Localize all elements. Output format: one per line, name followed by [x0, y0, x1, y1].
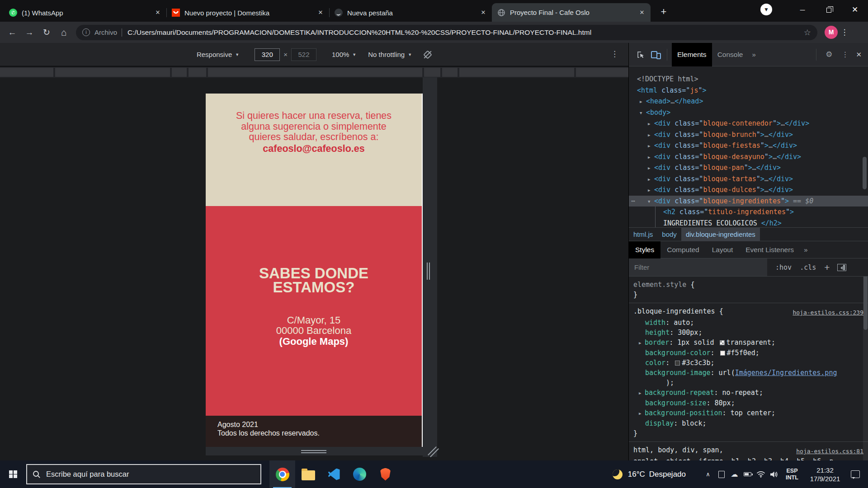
expand-shorthand-icon[interactable]: ▶: [639, 388, 645, 398]
collapsed-arrow-icon[interactable]: ▶: [648, 152, 650, 163]
media-query-segment[interactable]: [172, 68, 187, 77]
css-declaration[interactable]: background-color: #f5f0ed;: [633, 348, 863, 358]
styles-scrollbar-thumb[interactable]: [863, 276, 868, 330]
resource-link[interactable]: Imágenes/Ingredientes.png: [735, 369, 837, 377]
css-declaration-continuation[interactable]: );: [633, 378, 863, 388]
media-query-bar[interactable]: [0, 67, 628, 78]
tab-close-icon[interactable]: ✕: [316, 9, 325, 17]
collapsed-arrow-icon[interactable]: ▶: [648, 141, 650, 152]
device-toolbar-menu-icon[interactable]: ⋮: [611, 49, 618, 59]
collapsed-arrow-icon[interactable]: ▶: [648, 118, 650, 130]
breadcrumb-item[interactable]: body: [657, 228, 681, 241]
css-declaration[interactable]: ▶background-position: top center;: [633, 408, 863, 418]
hidden-icons-chevron[interactable]: ∧: [701, 471, 715, 478]
new-tab-button[interactable]: +: [657, 5, 670, 19]
expanded-arrow-icon[interactable]: ▼: [640, 108, 642, 119]
devtools-tab-elements[interactable]: Elements: [672, 43, 712, 66]
media-query-segment[interactable]: [424, 68, 440, 77]
taskbar-edge-icon[interactable]: [347, 460, 373, 488]
css-declaration[interactable]: ▶border: 1px solid transparent;: [633, 338, 863, 348]
new-style-rule-icon[interactable]: +: [824, 262, 830, 273]
dom-tree-row[interactable]: ▶<div class="bloque-tartas">…</div>: [629, 174, 868, 185]
minimize-button[interactable]: ─: [789, 0, 816, 19]
taskbar-brave-icon[interactable]: [373, 460, 398, 488]
more-panels-icon[interactable]: »: [749, 51, 760, 58]
profile-avatar[interactable]: M: [825, 26, 838, 39]
devtools-tab-console[interactable]: Console: [712, 43, 749, 66]
collapsed-arrow-icon[interactable]: ▶: [648, 174, 650, 185]
css-declaration[interactable]: background-size: 80px;: [633, 398, 863, 408]
dom-row-more-icon[interactable]: ⋯: [631, 196, 636, 207]
address-bar[interactable]: i Archivo C:/Users/mauri/Documents/PROGR…: [76, 25, 817, 40]
dom-tree-row[interactable]: ▶<head>…</head>: [629, 96, 868, 107]
browser-tab[interactable]: Nueva pestaña✕: [329, 4, 492, 22]
media-query-segment[interactable]: [459, 68, 574, 77]
onedrive-icon[interactable]: ☁: [728, 470, 741, 479]
css-declaration[interactable]: display: block;: [633, 418, 863, 428]
browser-tab[interactable]: Proyecto Final - Cafe Oslo✕: [492, 3, 651, 22]
breadcrumb-item[interactable]: div.bloque-ingredientes: [681, 228, 760, 241]
resize-handle-right[interactable]: [427, 263, 428, 280]
rotate-device-icon[interactable]: [424, 51, 432, 59]
back-button[interactable]: ←: [4, 24, 21, 41]
browser-tab[interactable]: Nuevo proyecto | Domestika✕: [166, 4, 329, 22]
dom-tree-row[interactable]: ▼<body>: [629, 107, 868, 118]
media-query-segment[interactable]: [208, 68, 422, 77]
dom-tree-row[interactable]: ▶<div class="bloque-fiestas">…</div>: [629, 140, 868, 151]
google-maps-link[interactable]: (Google Maps): [206, 336, 422, 347]
dom-tree-row[interactable]: ▶<div class="bloque-contenedor">…</div>: [629, 118, 868, 129]
dom-tree-row[interactable]: <html class="js">: [629, 85, 868, 96]
css-declaration[interactable]: background-image: url(Imágenes/Ingredien…: [633, 368, 863, 378]
collapsed-arrow-icon[interactable]: ▶: [648, 185, 650, 196]
network-icon[interactable]: [754, 471, 767, 478]
css-declaration[interactable]: color: #3c3c3b;: [633, 358, 863, 368]
url-text[interactable]: C:/Users/mauri/Documents/PROGRAMACION/DO…: [127, 28, 798, 37]
taskbar-vscode-icon[interactable]: [321, 460, 347, 488]
devtools-settings-icon[interactable]: ⚙: [821, 50, 837, 59]
device-zoom-select[interactable]: 100%▼: [332, 51, 356, 58]
taskbar-search-box[interactable]: Escribe aquí para buscar: [26, 464, 261, 484]
toggle-device-toolbar-icon[interactable]: [651, 49, 661, 60]
tab-close-icon[interactable]: ✕: [638, 9, 646, 17]
stylesheet-link[interactable]: hoja-estilos.css:239: [793, 308, 863, 318]
resize-handle-bottom[interactable]: [301, 450, 326, 451]
sidebar-dock-icon[interactable]: [837, 264, 846, 271]
action-center-icon[interactable]: [851, 470, 860, 478]
taskbar-clock[interactable]: 21:32 17/9/2021: [804, 466, 846, 483]
taskbar-explorer-icon[interactable]: [295, 460, 321, 488]
dom-tree-row[interactable]: <!DOCTYPE html>: [629, 74, 868, 85]
more-sidebar-tabs-icon[interactable]: »: [800, 246, 811, 253]
contact-email[interactable]: cafeoslo@cafeoslo.es: [206, 143, 422, 155]
device-width-input[interactable]: 320: [255, 48, 280, 61]
media-query-segment[interactable]: [189, 68, 206, 77]
forward-button[interactable]: →: [21, 24, 38, 41]
restore-button[interactable]: [816, 0, 842, 19]
tab-close-icon[interactable]: ✕: [154, 9, 162, 17]
collapsed-arrow-icon[interactable]: ▶: [640, 96, 642, 108]
css-selector[interactable]: html, body, div, span,: [633, 445, 796, 456]
taskbar-weather[interactable]: 16°C Despejado: [613, 469, 686, 479]
reload-button[interactable]: ↻: [38, 24, 55, 41]
sidebar-tab-layout[interactable]: Layout: [706, 241, 740, 258]
expand-shorthand-icon[interactable]: ▶: [639, 408, 645, 418]
stylesheet-link[interactable]: hoja-estilos.css:81: [796, 446, 863, 456]
battery-icon[interactable]: [741, 472, 754, 476]
start-button[interactable]: [0, 460, 26, 488]
media-query-segment[interactable]: [442, 68, 458, 77]
close-button[interactable]: ✕: [842, 0, 868, 19]
sidebar-tab-styles[interactable]: Styles: [629, 241, 660, 258]
expand-shorthand-icon[interactable]: ▶: [639, 338, 645, 348]
dom-tree-row[interactable]: <h2 class="titulo-ingredientes">: [629, 206, 868, 218]
page-info-icon[interactable]: i: [82, 28, 90, 36]
color-swatch[interactable]: [675, 361, 680, 366]
tab-search-button[interactable]: ▼: [760, 4, 772, 15]
tab-close-icon[interactable]: ✕: [479, 9, 487, 17]
css-selector[interactable]: .bloque-ingredientes {: [633, 306, 793, 318]
device-height-input[interactable]: 522: [291, 48, 316, 61]
color-swatch[interactable]: [720, 351, 725, 356]
media-query-segment[interactable]: [576, 68, 628, 77]
devtools-menu-icon[interactable]: ⋮: [837, 50, 853, 59]
bookmark-star-icon[interactable]: ☆: [804, 28, 811, 38]
viewport-bottom-resize-gutter[interactable]: [206, 447, 437, 455]
volume-icon[interactable]: [767, 471, 780, 478]
